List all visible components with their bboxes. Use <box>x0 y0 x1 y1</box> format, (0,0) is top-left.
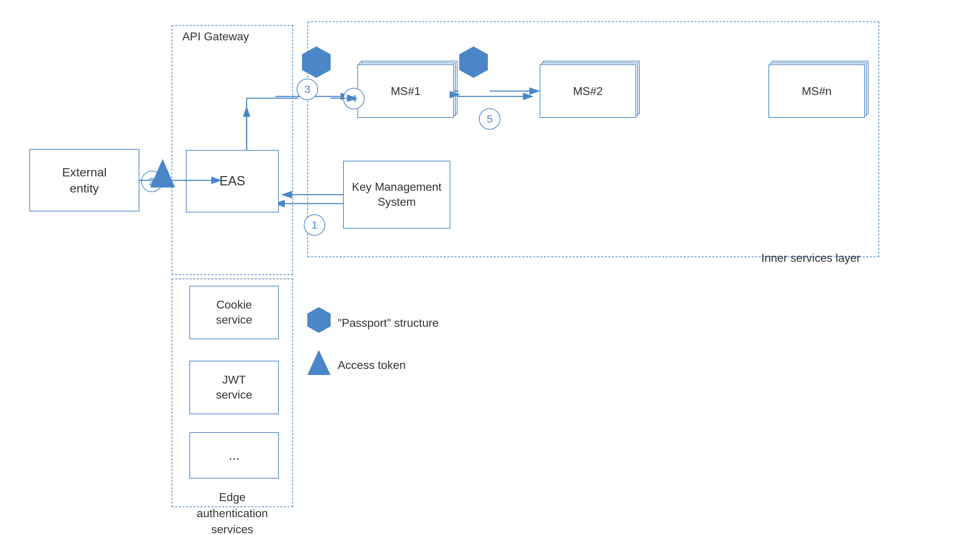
eas-box: EAS <box>186 150 279 213</box>
num-3-label: 3 <box>304 83 310 95</box>
svg-marker-9 <box>307 307 331 333</box>
svg-marker-6 <box>302 46 331 78</box>
triangle-2 <box>150 159 175 187</box>
svg-marker-8 <box>150 159 175 187</box>
key-management-label: Key ManagementSystem <box>352 179 442 209</box>
circle-5: 5 <box>479 108 500 130</box>
ms2-label: MS#2 <box>573 85 603 98</box>
cookie-service-label: Cookieservice <box>216 297 252 327</box>
legend-hexagon <box>307 307 331 333</box>
key-management-box: Key ManagementSystem <box>343 161 450 229</box>
legend-triangle <box>307 350 331 375</box>
dots-box: ... <box>189 432 279 479</box>
dots-label: ... <box>229 447 239 464</box>
ms1-label: MS#1 <box>391 85 421 98</box>
legend-passport-label: "Passport" structure <box>338 315 439 331</box>
legend-access-token-label: Access token <box>338 357 406 373</box>
circle-4: 4 <box>343 88 364 109</box>
api-gateway-label: API Gateway <box>182 29 249 44</box>
ms2-stacked: MS#2 <box>540 64 636 118</box>
jwt-service-label: JWTservice <box>216 373 252 402</box>
hexagon-4 <box>459 46 488 78</box>
architecture-diagram: Externalentity API Gateway EAS Inner ser… <box>0 0 980 535</box>
edge-auth-label: Edgeauthenticationservices <box>175 489 290 535</box>
hexagon-3 <box>302 46 331 78</box>
jwt-service-box: JWTservice <box>189 361 279 414</box>
external-entity-label: Externalentity <box>62 164 107 196</box>
msn-stacked: MS#n <box>768 64 865 118</box>
svg-marker-7 <box>459 46 488 78</box>
inner-services-label: Inner services layer <box>761 250 860 266</box>
external-entity-box: Externalentity <box>29 149 139 211</box>
cookie-service-box: Cookieservice <box>189 286 279 339</box>
circle-1: 1 <box>304 214 325 236</box>
num-5-label: 5 <box>487 113 493 125</box>
circle-3: 3 <box>297 79 318 100</box>
msn-label: MS#n <box>802 85 832 98</box>
num-1-label: 1 <box>312 219 318 231</box>
ms1-stacked: MS#1 <box>357 64 454 118</box>
num-4-label: 4 <box>351 92 357 105</box>
svg-marker-10 <box>307 350 331 375</box>
eas-label: EAS <box>220 173 245 190</box>
